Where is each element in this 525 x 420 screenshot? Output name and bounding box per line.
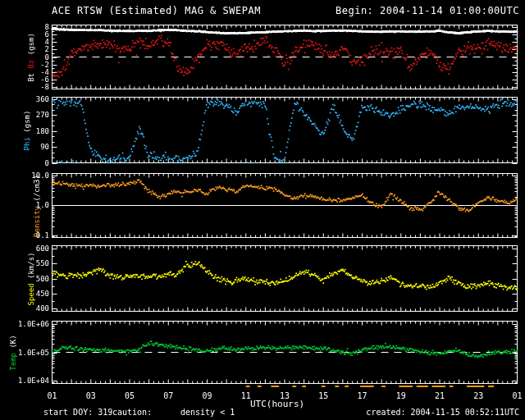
- y-tick-label: 550: [11, 259, 49, 267]
- begin-timestamp: Begin: 2004-11-14 01:00:00UTC: [336, 5, 519, 16]
- ace-rtsw-plot: ACE RTSW (Estimated) MAG & SWEPAM Begin:…: [0, 0, 525, 420]
- y-tick-label: 450: [11, 290, 49, 298]
- y-tick-label: 90: [11, 143, 49, 151]
- y-tick-label: 1.0E+06: [11, 320, 49, 328]
- x-tick-label: 21: [429, 391, 450, 400]
- y-tick-label: 270: [11, 111, 49, 119]
- y-tick-label: 1.0: [11, 201, 49, 209]
- y-tick-label: 0: [11, 159, 49, 167]
- x-tick-label: 15: [313, 391, 334, 400]
- y-tick-label: 360: [11, 95, 49, 103]
- caution-label: caution:: [112, 408, 152, 417]
- y-tick-label: 500: [11, 275, 49, 283]
- x-tick-label: 05: [119, 391, 140, 400]
- x-tick-label: 23: [468, 391, 489, 400]
- x-tick-label: 19: [390, 391, 412, 400]
- x-tick-label: 01: [507, 391, 525, 400]
- y-tick-label: 0.1: [11, 231, 49, 240]
- x-tick-label: 01: [42, 391, 63, 400]
- start-doy-label: start DOY: 319: [43, 408, 112, 417]
- plot-canvas: [0, 0, 525, 420]
- y-tick-label: 400: [11, 304, 49, 313]
- y-tick-label: 600: [11, 244, 49, 253]
- x-tick-label: 07: [158, 391, 179, 400]
- x-axis-title: UTC(hours): [250, 399, 304, 409]
- page-title: ACE RTSW (Estimated) MAG & SWEPAM: [52, 5, 261, 16]
- x-tick-label: 17: [352, 391, 373, 400]
- created-timestamp: created: 2004-11-15 00:52:11UTC: [366, 408, 519, 417]
- y-tick-label: 10.0: [11, 171, 49, 180]
- y-tick-label: 180: [11, 127, 49, 135]
- x-tick-label: 09: [197, 391, 218, 400]
- y-tick-label: 1.0E+04: [11, 377, 49, 385]
- caution-value: density < 1: [180, 408, 235, 417]
- y-tick-label: -8: [11, 83, 49, 91]
- y-tick-label: 1.0E+05: [11, 349, 49, 357]
- x-tick-label: 03: [80, 391, 102, 400]
